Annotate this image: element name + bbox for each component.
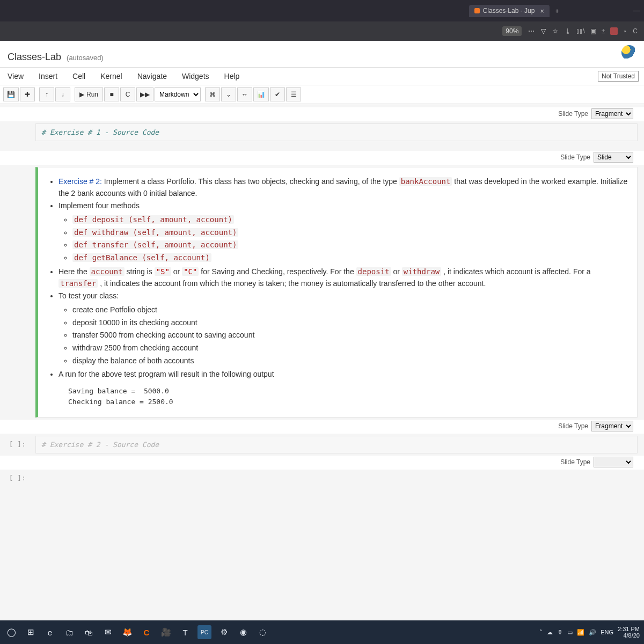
store-icon[interactable]: 🛍 xyxy=(82,625,96,639)
fullscreen-button[interactable]: ↔ xyxy=(237,87,252,101)
menu-insert[interactable]: Insert xyxy=(31,68,65,85)
move-up-button[interactable]: ↑ xyxy=(39,87,54,101)
list-icon[interactable]: ☰ xyxy=(286,87,301,101)
library-icon[interactable]: ⫿⫿\ xyxy=(576,27,584,35)
app-icon-c[interactable]: C xyxy=(140,625,153,639)
onedrive-icon[interactable]: ☁ xyxy=(547,629,553,636)
minimize-icon[interactable]: — xyxy=(633,7,640,14)
trust-badge[interactable]: Not Trusted xyxy=(598,71,639,82)
tracking-icon[interactable]: ⋆ xyxy=(623,27,627,35)
slide-type-row: Slide Type xyxy=(0,456,644,470)
new-tab-button[interactable]: ＋ xyxy=(554,6,560,16)
menu-cell[interactable]: Cell xyxy=(65,68,93,85)
run-note: A run for the above test program will re… xyxy=(58,369,628,380)
language-indicator[interactable]: ENG xyxy=(601,629,613,635)
markdown-cell-exercise-2[interactable]: Exercise # 2: Implement a class Portfoli… xyxy=(35,167,638,418)
system-tray: ˄ ☁ 🎙 ▭ 📶 🔊 ENG 2:31 PM 4/8/20 xyxy=(539,626,640,639)
browser-tab-bar: Classes-Lab - Jup × ＋ — xyxy=(0,0,644,21)
volume-icon[interactable]: 🔊 xyxy=(589,629,596,636)
code-cell-content[interactable]: # Exercise # 2 - Source Code xyxy=(36,436,637,453)
menu-help[interactable]: Help xyxy=(217,68,247,85)
explorer-icon[interactable]: 🗂 xyxy=(62,625,76,639)
close-icon[interactable]: × xyxy=(540,7,544,15)
pycharm-icon[interactable]: PC xyxy=(197,625,211,639)
notebook-title[interactable]: Classes-Lab xyxy=(8,52,61,63)
exercise-2-heading: Exercise # 2: xyxy=(58,177,102,186)
scroll-down-button[interactable]: ⌄ xyxy=(221,87,236,101)
container-icon[interactable] xyxy=(610,27,618,35)
code-cell-exercise-2[interactable]: # Exercise # 2 - Source Code xyxy=(35,436,638,453)
cell-prompt: [ ]: xyxy=(4,440,26,448)
slide-type-row: Slide Type Fragment xyxy=(0,420,644,434)
mail-icon[interactable]: ✉ xyxy=(101,625,115,639)
battery-icon[interactable]: ▭ xyxy=(567,629,573,636)
run-button[interactable]: ▶ Run xyxy=(75,87,103,101)
reader-icon[interactable]: ⋯ xyxy=(528,27,535,35)
chart-icon[interactable]: 📊 xyxy=(253,87,269,101)
command-palette-button[interactable]: ⌘ xyxy=(205,87,220,101)
restart-run-all-button[interactable]: ▶▶ xyxy=(136,87,153,101)
test-step: display the balance of both accounts xyxy=(72,355,628,367)
pocket-icon[interactable]: ▽ xyxy=(541,27,546,35)
code-cell-exercise-1[interactable]: # Exercise # 1 - Source Code xyxy=(35,123,638,141)
cell-type-select[interactable]: Markdown xyxy=(155,87,201,101)
tray-chevron-icon[interactable]: ˄ xyxy=(539,629,543,636)
browser-tab[interactable]: Classes-Lab - Jup × xyxy=(469,5,550,17)
edge-icon[interactable]: e xyxy=(43,625,57,639)
spellcheck-button[interactable]: ✔ xyxy=(270,87,285,101)
loading-icon[interactable]: ◌ xyxy=(255,625,269,639)
expected-output: Saving balance = 5000.0 Checking balance… xyxy=(47,383,628,411)
zoom-icon[interactable]: 🎥 xyxy=(159,625,173,639)
addon-icon[interactable]: ± xyxy=(602,27,605,35)
jupyter-logo xyxy=(621,45,636,60)
slide-type-select[interactable]: Fragment xyxy=(591,108,633,119)
clock[interactable]: 2:31 PM 4/8/20 xyxy=(618,626,640,639)
menu-kernel[interactable]: Kernel xyxy=(93,68,129,85)
menu-navigate[interactable]: Navigate xyxy=(130,68,174,85)
save-button[interactable]: 💾 xyxy=(3,87,19,101)
browser-toolbar: 90% ⋯ ▽ ☆ ⭳ ⫿⫿\ ▣ ± ⋆ C xyxy=(0,21,644,41)
refresh-icon[interactable]: C xyxy=(633,27,638,35)
slide-type-label: Slide Type xyxy=(558,110,588,118)
teams-icon[interactable]: T xyxy=(178,625,192,639)
settings-icon[interactable]: ⚙ xyxy=(217,625,231,639)
menubar: View Insert Cell Kernel Navigate Widgets… xyxy=(0,68,644,85)
restart-button[interactable]: C xyxy=(120,87,135,101)
autosave-status: (autosaved) xyxy=(67,54,104,62)
chrome-icon[interactable]: ◉ xyxy=(236,625,250,639)
mic-icon[interactable]: 🎙 xyxy=(557,629,563,635)
notebook-area: Slide Type Fragment # Exercise # 1 - Sou… xyxy=(0,104,644,486)
slide-type-select[interactable]: Slide xyxy=(594,152,633,163)
method-withdraw: def withdraw (self, amount, account) xyxy=(72,228,238,237)
bookmark-star-icon[interactable]: ☆ xyxy=(552,27,558,35)
test-step: transfer 5000 from checking account to s… xyxy=(72,330,628,341)
wifi-icon[interactable]: 📶 xyxy=(577,629,584,636)
interrupt-button[interactable]: ■ xyxy=(104,87,119,101)
slide-type-row: Slide Type Slide xyxy=(0,151,644,165)
menu-widgets[interactable]: Widgets xyxy=(174,68,217,85)
slide-type-select[interactable]: Fragment xyxy=(591,421,633,431)
method-getbalance: def getBalance (self, account) xyxy=(72,253,211,262)
move-down-button[interactable]: ↓ xyxy=(55,87,70,101)
download-icon[interactable]: ⭳ xyxy=(565,27,571,35)
windows-taskbar: ◯ ⊞ e 🗂 🛍 ✉ 🦊 C 🎥 T PC ⚙ ◉ ◌ ˄ ☁ 🎙 ▭ 📶 🔊… xyxy=(0,620,644,644)
slide-type-select[interactable] xyxy=(594,457,633,467)
task-view-icon[interactable]: ⊞ xyxy=(24,625,38,639)
toolbar: 💾 ✚ ↑ ↓ ▶ Run ■ C ▶▶ Markdown ⌘ ⌄ ↔ 📊 ✔ … xyxy=(0,85,644,104)
method-transfer: def transfer (self, amount, account) xyxy=(72,240,238,249)
test-step: deposit 10000 in its checking account xyxy=(72,317,628,329)
notebook-header: Classes-Lab (autosaved) xyxy=(0,41,644,68)
cell-prompt: [ ]: xyxy=(4,474,26,482)
add-cell-button[interactable]: ✚ xyxy=(20,87,35,101)
zoom-indicator[interactable]: 90% xyxy=(502,26,522,36)
slide-type-label: Slide Type xyxy=(560,153,590,161)
method-deposit: def deposit (self, amount, account) xyxy=(72,215,234,224)
start-button[interactable]: ◯ xyxy=(4,625,18,639)
slide-type-label: Slide Type xyxy=(560,458,590,466)
test-step: create one Potfolio object xyxy=(72,304,628,316)
jupyter-favicon xyxy=(474,8,480,13)
code-cell-content[interactable]: # Exercise # 1 - Source Code xyxy=(36,124,637,141)
menu-view[interactable]: View xyxy=(0,68,31,85)
sidebar-icon[interactable]: ▣ xyxy=(590,27,596,35)
firefox-icon[interactable]: 🦊 xyxy=(120,625,134,639)
